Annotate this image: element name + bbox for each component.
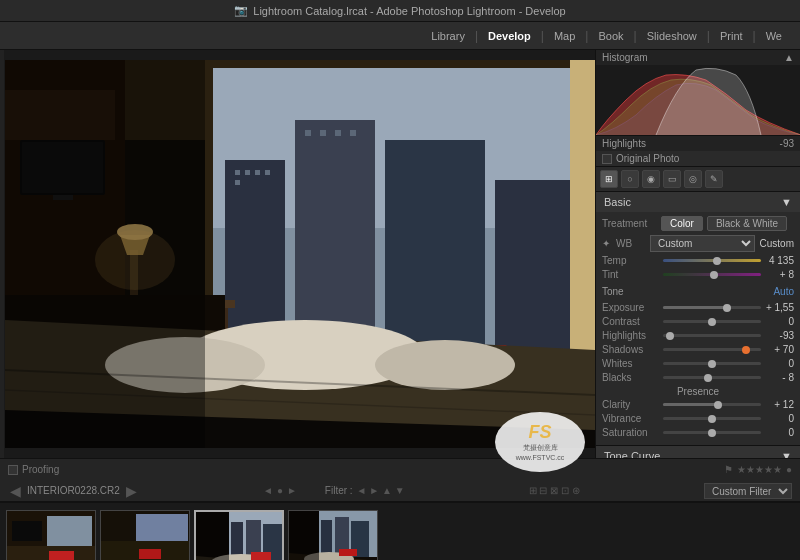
svg-rect-24 <box>265 170 270 175</box>
treatment-color-btn[interactable]: Color <box>661 216 703 231</box>
saturation-slider-row: Saturation 0 <box>602 427 794 438</box>
shadows-slider-track[interactable] <box>663 348 761 351</box>
highlights-label: Highlights <box>602 138 646 149</box>
filmstrip-thumb-2[interactable] <box>100 510 190 561</box>
tone-curve-collapse-icon: ▼ <box>781 450 792 458</box>
filmstrip-thumb-4[interactable] <box>288 510 378 561</box>
treatment-row: Treatment Color Black & White <box>602 216 794 231</box>
app-icon: 📷 <box>234 4 248 17</box>
original-photo-bar[interactable]: Original Photo <box>596 151 800 167</box>
highlights-slider-value: -93 <box>764 330 794 341</box>
exposure-slider-track[interactable] <box>663 306 761 309</box>
svg-rect-21 <box>235 170 240 175</box>
nav-item-slideshow[interactable]: Slideshow <box>639 27 705 45</box>
tone-curve-header[interactable]: Tone Curve ▼ <box>596 446 800 458</box>
svg-rect-55 <box>49 551 74 561</box>
filmstrip <box>0 502 800 560</box>
rating-icons-bar: ⊞ ⊟ ⊠ ⊡ ⊛ <box>529 485 580 496</box>
tone-header: Tone Auto <box>602 283 794 299</box>
thumb-3-img <box>196 512 284 561</box>
wb-label: WB <box>616 238 646 249</box>
filmstrip-control-icon1[interactable]: ◄ <box>263 485 273 496</box>
highlights-slider-thumb[interactable] <box>666 332 674 340</box>
color-label[interactable]: ● <box>786 464 792 475</box>
eyedropper-icon[interactable]: ✦ <box>602 238 610 249</box>
nav-item-print[interactable]: Print <box>712 27 751 45</box>
adjustment-brush-tool[interactable]: ✎ <box>705 170 723 188</box>
tint-label: Tint <box>602 269 660 280</box>
filmstrip-thumb-1[interactable] <box>6 510 96 561</box>
whites-slider-track[interactable] <box>663 362 761 365</box>
original-photo-checkbox[interactable] <box>602 154 612 164</box>
temp-slider-track[interactable] <box>663 259 761 262</box>
graduated-filter-tool[interactable]: ▭ <box>663 170 681 188</box>
filmstrip-bottom-bar: ◀ INTERIOR0228.CR2 ▶ ◄ ● ► Filter : ◄ ► … <box>0 480 800 502</box>
filmstrip-control-icon3[interactable]: ► <box>287 485 297 496</box>
contrast-slider-track[interactable] <box>663 320 761 323</box>
whites-slider-thumb[interactable] <box>708 360 716 368</box>
temp-slider-row: Temp 4 135 <box>602 255 794 266</box>
svg-rect-27 <box>320 130 326 136</box>
histogram-header: Histogram ▲ <box>596 50 800 65</box>
nav-item-web[interactable]: We <box>758 27 790 45</box>
main-area: Histogram ▲ <box>0 50 800 458</box>
vibrance-slider-thumb[interactable] <box>708 415 716 423</box>
watermark-text: 梵摄创意库 www.FSTVC.cc <box>499 443 581 461</box>
filmstrip-arrows: ◄ ► ▲ ▼ <box>357 485 405 496</box>
tint-slider-thumb[interactable] <box>710 271 718 279</box>
redeye-tool[interactable]: ◉ <box>642 170 660 188</box>
tone-label: Tone <box>602 286 624 297</box>
histogram-expand-icon[interactable]: ▲ <box>784 52 794 63</box>
tone-curve-label: Tone Curve <box>604 450 660 458</box>
highlights-slider-track[interactable] <box>663 334 761 337</box>
nav-item-develop[interactable]: Develop <box>480 27 539 45</box>
saturation-slider-track[interactable] <box>663 431 761 434</box>
vibrance-label: Vibrance <box>602 413 660 424</box>
custom-filter-select[interactable]: Custom Filter None Flagged Rated <box>704 483 792 499</box>
watermark-logo: FS <box>528 422 551 443</box>
nav-forward-icon[interactable]: ▶ <box>124 483 139 499</box>
blacks-slider-row: Blacks - 8 <box>602 372 794 383</box>
radial-filter-tool[interactable]: ◎ <box>684 170 702 188</box>
wb-dropdown[interactable]: Custom As Shot Auto Daylight <box>650 235 755 252</box>
star-rating[interactable]: ★★★★★ <box>737 464 782 475</box>
exposure-value: + 1,55 <box>764 302 794 313</box>
nav-back-icon[interactable]: ◀ <box>8 483 23 499</box>
original-photo-label: Original Photo <box>616 153 679 164</box>
title-bar: 📷 Lightroom Catalog.lrcat - Adobe Photos… <box>0 0 800 22</box>
filmstrip-control-icon2[interactable]: ● <box>277 485 283 496</box>
histogram-canvas <box>596 65 800 135</box>
soft-proofing-checkbox[interactable] <box>8 465 18 475</box>
exposure-slider-thumb[interactable] <box>723 304 731 312</box>
svg-rect-67 <box>251 552 271 560</box>
filmstrip-thumb-3[interactable] <box>194 510 284 561</box>
clarity-slider-thumb[interactable] <box>714 401 722 409</box>
filter-label: Filter : <box>325 485 353 496</box>
crop-tool[interactable]: ⊞ <box>600 170 618 188</box>
temp-value: 4 135 <box>764 255 794 266</box>
photo-viewer[interactable] <box>4 50 595 458</box>
nav-item-library[interactable]: Library <box>423 27 473 45</box>
tone-auto-btn[interactable]: Auto <box>773 286 794 297</box>
blacks-slider-track[interactable] <box>663 376 761 379</box>
tint-slider-track[interactable] <box>663 273 761 276</box>
nav-item-book[interactable]: Book <box>590 27 631 45</box>
shadows-label: Shadows <box>602 344 660 355</box>
contrast-slider-thumb[interactable] <box>708 318 716 326</box>
spot-removal-tool[interactable]: ○ <box>621 170 639 188</box>
temp-slider-thumb[interactable] <box>713 257 721 265</box>
vibrance-slider-track[interactable] <box>663 417 761 420</box>
nav-item-map[interactable]: Map <box>546 27 583 45</box>
shadows-slider-thumb[interactable] <box>742 346 750 354</box>
histogram-graph <box>596 65 800 135</box>
saturation-slider-thumb[interactable] <box>708 429 716 437</box>
basic-panel-header[interactable]: Basic ▼ <box>596 192 800 212</box>
clarity-slider-track[interactable] <box>663 403 761 406</box>
tone-curve-panel: Tone Curve ▼ <box>596 446 800 458</box>
blacks-label: Blacks <box>602 372 660 383</box>
flag-icon[interactable]: ⚑ <box>724 464 733 475</box>
treatment-bw-btn[interactable]: Black & White <box>707 216 787 231</box>
svg-rect-59 <box>139 549 161 559</box>
temp-label: Temp <box>602 255 660 266</box>
blacks-slider-thumb[interactable] <box>704 374 712 382</box>
